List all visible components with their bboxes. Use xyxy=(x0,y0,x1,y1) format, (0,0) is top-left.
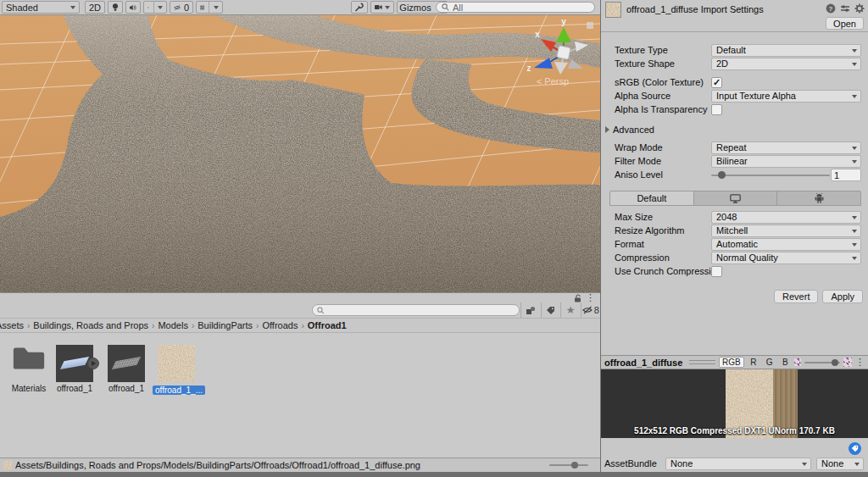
asset-label-selected: offroad_1_... xyxy=(153,385,205,395)
shading-mode-dropdown[interactable]: Shaded xyxy=(2,1,80,14)
breadcrumb-item[interactable]: Assets xyxy=(0,320,25,330)
compression-dropdown[interactable]: Normal Quality xyxy=(711,252,861,264)
channel-rgb-button[interactable]: RGB xyxy=(719,357,744,368)
alpha-source-dropdown[interactable]: Input Texture Alpha xyxy=(711,90,861,103)
wrap-mode-row: Wrap Mode Repeat xyxy=(601,141,868,155)
asset-label: offroad_1 xyxy=(103,384,150,393)
preview-header[interactable]: offroad_1_diffuse RGB R G B ⋮ xyxy=(601,355,868,369)
tab-android-platform[interactable] xyxy=(777,191,860,205)
max-size-dropdown[interactable]: 2048 xyxy=(711,211,861,224)
apply-label: Apply xyxy=(831,291,854,302)
asset-item-texture-selected[interactable]: offroad_1_... xyxy=(153,341,200,395)
channel-b-button[interactable]: B xyxy=(779,357,791,368)
label-tag-icon xyxy=(546,306,555,315)
preview-menu-icon[interactable]: ⋮ xyxy=(855,358,865,367)
presets-icon[interactable] xyxy=(840,3,850,14)
scene-tools-button[interactable] xyxy=(351,1,368,14)
project-content-grid[interactable]: Materials offroad_1 offroad_1 offroad_1_… xyxy=(0,333,600,458)
chevron-down-icon xyxy=(70,6,75,9)
tab-standalone-platform[interactable] xyxy=(694,191,778,205)
apply-row: Revert Apply xyxy=(774,290,863,303)
chevron-down-icon xyxy=(852,257,857,260)
persp-label[interactable]: < Persp xyxy=(537,76,569,86)
asset-item-mesh[interactable]: offroad_1 xyxy=(103,341,150,393)
wrap-mode-dropdown[interactable]: Repeat xyxy=(711,141,861,154)
unlock-icon[interactable] xyxy=(574,294,581,302)
breadcrumb-item[interactable]: Models xyxy=(156,320,189,330)
open-button[interactable]: Open xyxy=(826,17,864,30)
scene-grid-dropdown[interactable] xyxy=(196,1,223,14)
thumbnail-zoom-slider[interactable] xyxy=(549,464,588,466)
srgb-checkbox[interactable]: ✓ xyxy=(711,77,722,88)
channel-g-button[interactable]: G xyxy=(763,357,776,368)
aniso-slider-knob[interactable] xyxy=(718,171,726,179)
scene-search-field[interactable]: All xyxy=(436,2,595,13)
aniso-slider-track[interactable] xyxy=(711,175,830,176)
breadcrumb-item[interactable]: BuildingParts xyxy=(196,320,254,330)
project-search-input[interactable] xyxy=(327,304,515,316)
expand-model-badge[interactable] xyxy=(87,358,99,369)
breadcrumb-item[interactable]: Buildings, Roads and Props xyxy=(31,320,150,330)
eye-hidden-icon xyxy=(582,306,593,314)
tab-default-platform[interactable]: Default xyxy=(610,191,694,205)
texture-preview-area[interactable]: 512x512 RGB Compressed DXT1 UNorm 170.7 … xyxy=(601,369,868,438)
crunch-compression-checkbox[interactable] xyxy=(711,266,722,277)
alpha-transparency-row: Alpha Is Transparency xyxy=(601,103,868,117)
project-header-strip: ⋮ xyxy=(0,293,600,302)
gizmo-center-cube[interactable] xyxy=(557,46,571,60)
alpha-transparency-checkbox[interactable] xyxy=(711,104,722,115)
texture-shape-dropdown[interactable]: 2D xyxy=(711,58,861,70)
hidden-packages-toggle[interactable]: 8 xyxy=(581,302,601,318)
channel-r-button[interactable]: R xyxy=(748,357,760,368)
breadcrumb-item[interactable]: Offroads xyxy=(260,320,299,330)
chevron-down-icon xyxy=(852,160,857,164)
filter-mode-dropdown[interactable]: Bilinear xyxy=(711,155,861,168)
filter-mode-row: Filter Mode Bilinear xyxy=(601,155,868,169)
hidden-count-label: 0 xyxy=(184,3,189,13)
favorites-button[interactable]: ★ xyxy=(561,302,581,318)
gear-icon[interactable] xyxy=(854,3,865,14)
asset-item-model[interactable]: offroad_1 xyxy=(51,341,98,393)
scene-search-value: All xyxy=(453,3,463,13)
chevron-down-icon xyxy=(852,95,857,98)
advanced-foldout[interactable]: Advanced xyxy=(605,125,654,135)
drag-handle[interactable] xyxy=(689,360,715,364)
asset-item-materials-folder[interactable]: Materials xyxy=(5,341,53,393)
project-menu-icon[interactable]: ⋮ xyxy=(586,293,595,302)
search-by-label-button[interactable] xyxy=(542,302,562,318)
aniso-value-field[interactable]: 1 xyxy=(831,169,861,181)
scene-audio-button[interactable] xyxy=(125,1,141,14)
search-by-type-button[interactable] xyxy=(521,302,542,318)
scene-camera-dropdown[interactable] xyxy=(370,1,394,14)
project-search-field[interactable] xyxy=(312,304,520,316)
scene-lighting-button[interactable] xyxy=(108,1,123,14)
texture-type-dropdown[interactable]: Default xyxy=(711,44,861,57)
scene-visibility-button[interactable]: 0 xyxy=(170,1,193,14)
revert-button[interactable]: Revert xyxy=(774,290,818,303)
breadcrumb-item-current[interactable]: Offroad1 xyxy=(306,320,348,330)
srgb-row: sRGB (Color Texture) ✓ xyxy=(601,76,868,90)
resize-algorithm-dropdown[interactable]: Mitchell xyxy=(711,225,861,237)
scene-lock-icon[interactable] xyxy=(587,22,593,29)
label-tag-icon xyxy=(851,445,859,452)
scene-effects-dropdown[interactable] xyxy=(143,1,167,14)
assetbundle-dropdown[interactable]: None xyxy=(665,458,811,470)
assetbundle-variant-dropdown[interactable]: None xyxy=(816,458,864,470)
asset-type-filter-icon xyxy=(526,306,536,315)
chevron-down-icon xyxy=(802,463,807,466)
toggle-2d-button[interactable]: 2D xyxy=(85,1,105,14)
2d-label: 2D xyxy=(89,3,101,13)
mesh-thumbnail xyxy=(108,345,145,382)
breadcrumb-separator: › xyxy=(299,321,305,330)
mip-checker-icon xyxy=(794,358,801,366)
chevron-down-icon xyxy=(158,6,163,9)
mip-level-slider[interactable] xyxy=(804,362,840,363)
format-dropdown[interactable]: Automatic xyxy=(711,238,861,251)
apply-button[interactable]: Apply xyxy=(822,290,863,303)
help-icon[interactable]: ? xyxy=(826,3,836,14)
format-label: Format xyxy=(615,239,644,249)
model-thumbnail xyxy=(56,345,93,382)
scene-viewport[interactable]: y x z < Persp xyxy=(0,15,600,292)
asset-labels-button[interactable] xyxy=(849,442,861,455)
wrap-mode-value: Repeat xyxy=(716,142,746,153)
